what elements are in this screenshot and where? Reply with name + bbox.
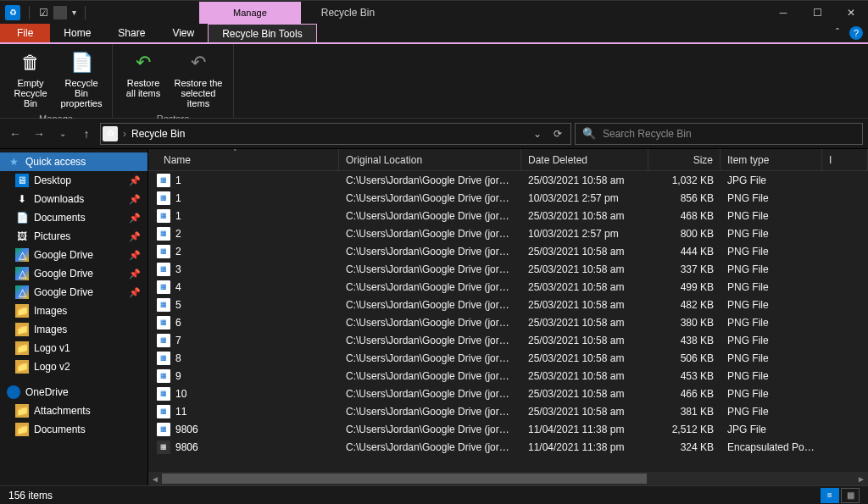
sidebar-item-label: Google Drive xyxy=(34,249,93,261)
sidebar-item[interactable]: 🖼Pictures📌 xyxy=(0,227,147,246)
sidebar-onedrive[interactable]: OneDrive xyxy=(0,383,147,402)
column-overflow[interactable]: I xyxy=(822,149,868,170)
file-size: 444 KB xyxy=(648,246,721,258)
file-name: 1 xyxy=(175,174,181,186)
file-date: 25/03/2021 10:58 am xyxy=(521,370,648,382)
table-row[interactable]: ▦5 C:\Users\Jordan\Google Drive (jordan@… xyxy=(148,296,868,313)
column-size[interactable]: Size xyxy=(648,149,721,170)
sidebar-item-label: Logo v1 xyxy=(34,342,70,354)
table-row[interactable]: ▦9806 C:\Users\Jordan\Google Drive (jord… xyxy=(148,420,868,438)
file-date: 25/03/2021 10:58 am xyxy=(521,281,648,293)
sidebar-quick-access[interactable]: ★ Quick access xyxy=(0,152,147,171)
table-row[interactable]: ▦2 C:\Users\Jordan\Google Drive (jordan@… xyxy=(148,242,868,260)
sidebar-item[interactable]: 📁Attachments xyxy=(0,402,147,420)
file-name: 8 xyxy=(175,352,181,364)
recent-dropdown[interactable]: ⌄ xyxy=(53,124,73,144)
qa-customize-dropdown[interactable]: ▾ xyxy=(69,8,80,17)
qa-properties-icon[interactable]: ☑ xyxy=(35,4,52,21)
ribbon-group-manage: 🗑 Empty Recycle Bin 📄 Recycle Bin proper… xyxy=(0,44,113,118)
file-size: 466 KB xyxy=(648,388,721,400)
close-button[interactable]: ✕ xyxy=(834,1,868,25)
icons-view-button[interactable]: ▦ xyxy=(841,488,860,503)
tab-home[interactable]: Home xyxy=(50,24,104,42)
table-row[interactable]: ▦2 C:\Users\Jordan\Google Drive (jordan@… xyxy=(148,224,868,242)
sidebar-item[interactable]: 📁Images xyxy=(0,302,147,320)
file-date: 25/03/2021 10:58 am xyxy=(521,174,648,186)
scroll-right-button[interactable]: ► xyxy=(854,472,868,485)
column-name[interactable]: Name xyxy=(148,149,339,170)
file-list[interactable]: ▦1 C:\Users\Jordan\Google Drive (jordan@… xyxy=(148,171,868,472)
file-location: C:\Users\Jordan\Google Drive (jordan@j..… xyxy=(339,192,521,204)
tab-view[interactable]: View xyxy=(159,24,208,42)
sidebar-item[interactable]: 📄Documents📌 xyxy=(0,208,147,227)
file-type: PNG File xyxy=(721,281,822,293)
file-size: 453 KB xyxy=(648,370,721,382)
horizontal-scrollbar[interactable]: ◄ ► xyxy=(148,472,868,485)
restore-all-icon: ↶ xyxy=(130,49,157,76)
up-button[interactable]: ↑ xyxy=(76,124,97,144)
table-row[interactable]: ▦1 C:\Users\Jordan\Google Drive (jordan@… xyxy=(148,189,868,207)
table-row[interactable]: ▦7 C:\Users\Jordan\Google Drive (jordan@… xyxy=(148,331,868,349)
recycle-bin-properties-button[interactable]: 📄 Recycle Bin properties xyxy=(56,46,107,112)
search-box[interactable]: 🔍 Search Recycle Bin xyxy=(575,123,863,145)
folder-icon: 📁 xyxy=(15,323,29,336)
file-size: 800 KB xyxy=(648,228,721,240)
column-original-location[interactable]: Original Location xyxy=(339,149,521,170)
table-row[interactable]: ▦4 C:\Users\Jordan\Google Drive (jordan@… xyxy=(148,278,868,296)
file-name: 5 xyxy=(175,299,181,311)
tab-share[interactable]: Share xyxy=(104,24,159,42)
table-row[interactable]: ▦9806 C:\Users\Jordan\Google Drive (jord… xyxy=(148,438,868,456)
column-date-deleted[interactable]: Date Deleted xyxy=(521,149,648,170)
file-name: 9806 xyxy=(175,424,198,435)
window-controls: ─ ☐ ✕ xyxy=(766,1,868,25)
sidebar-item[interactable]: 📁Logo v2 xyxy=(0,357,147,376)
scroll-thumb[interactable] xyxy=(162,474,647,484)
column-item-type[interactable]: Item type xyxy=(721,149,822,170)
navigation-pane[interactable]: ★ Quick access 🖥Desktop📌⬇Downloads📌📄Docu… xyxy=(0,149,148,485)
sidebar-item[interactable]: 📁Documents xyxy=(0,420,147,439)
refresh-button[interactable]: ⟳ xyxy=(547,128,569,140)
sidebar-item[interactable]: △Google Drive📌 xyxy=(0,283,147,302)
sidebar-item[interactable]: 📁Logo v1 xyxy=(0,339,147,357)
file-icon: ▦ xyxy=(157,387,170,401)
table-row[interactable]: ▦6 C:\Users\Jordan\Google Drive (jordan@… xyxy=(148,313,868,331)
sidebar-item[interactable]: △Google Drive📌 xyxy=(0,246,147,264)
minimize-button[interactable]: ─ xyxy=(766,1,800,25)
sidebar-item-label: Documents xyxy=(34,424,86,435)
address-dropdown[interactable]: ⌄ xyxy=(528,128,547,140)
table-row[interactable]: ▦9 C:\Users\Jordan\Google Drive (jordan@… xyxy=(148,367,868,385)
minimize-ribbon-button[interactable]: ˆ xyxy=(831,24,844,42)
table-row[interactable]: ▦1 C:\Users\Jordan\Google Drive (jordan@… xyxy=(148,207,868,224)
help-button[interactable]: ? xyxy=(844,24,868,42)
address-bar[interactable]: ♻ › Recycle Bin ⌄ ⟳ xyxy=(100,123,571,145)
sidebar-item-label: Google Drive xyxy=(34,268,93,280)
empty-recycle-bin-button[interactable]: 🗑 Empty Recycle Bin xyxy=(5,46,56,112)
sidebar-item[interactable]: △Google Drive📌 xyxy=(0,264,147,283)
back-button[interactable]: ← xyxy=(5,124,25,144)
file-type: PNG File xyxy=(721,352,822,364)
qa-new-folder-icon[interactable] xyxy=(53,6,67,19)
sidebar-item[interactable]: 🖥Desktop📌 xyxy=(0,171,147,190)
file-icon: ▦ xyxy=(157,174,170,187)
table-row[interactable]: ▦1 C:\Users\Jordan\Google Drive (jordan@… xyxy=(148,171,868,189)
address-path[interactable]: Recycle Bin xyxy=(126,128,528,140)
sidebar-item[interactable]: 📁Images xyxy=(0,320,147,339)
table-row[interactable]: ▦3 C:\Users\Jordan\Google Drive (jordan@… xyxy=(148,260,868,278)
details-view-button[interactable]: ≡ xyxy=(821,488,839,503)
tab-file[interactable]: File xyxy=(0,24,50,42)
table-row[interactable]: ▦8 C:\Users\Jordan\Google Drive (jordan@… xyxy=(148,349,868,367)
sidebar-item[interactable]: ⬇Downloads📌 xyxy=(0,190,147,208)
file-type: PNG File xyxy=(721,335,822,346)
restore-all-button[interactable]: ↶ Restore all items xyxy=(118,46,169,112)
scroll-left-button[interactable]: ◄ xyxy=(148,472,162,485)
forward-button[interactable]: → xyxy=(29,124,49,144)
restore-selected-button[interactable]: ↶ Restore the selected items xyxy=(169,46,228,112)
table-row[interactable]: ▦10 C:\Users\Jordan\Google Drive (jordan… xyxy=(148,385,868,402)
file-location: C:\Users\Jordan\Google Drive (jordan@j..… xyxy=(339,281,521,293)
maximize-button[interactable]: ☐ xyxy=(800,1,834,25)
tab-recycle-bin-tools[interactable]: Recycle Bin Tools xyxy=(208,24,317,42)
scroll-track[interactable] xyxy=(162,474,854,484)
file-icon: ▦ xyxy=(157,209,170,223)
file-location: C:\Users\Jordan\Google Drive (jordan@j..… xyxy=(339,388,521,400)
table-row[interactable]: ▦11 C:\Users\Jordan\Google Drive (jordan… xyxy=(148,402,868,420)
